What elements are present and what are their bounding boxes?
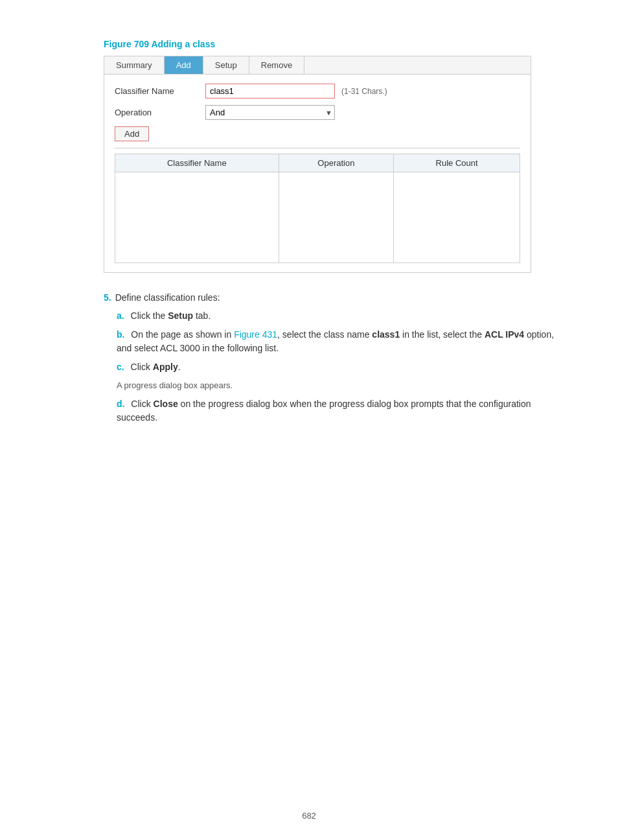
tab-add[interactable]: Add xyxy=(165,56,203,74)
figure-title: Figure 709 Adding a class xyxy=(104,39,566,49)
substep-c: c. Click Apply. xyxy=(117,360,566,374)
substep-c-text: Click Apply. xyxy=(131,362,181,372)
substep-note-text: A progress dialog box appears. xyxy=(117,379,566,392)
step-5: 5.Define classification rules: xyxy=(104,292,566,303)
ui-panel: Summary Add Setup Remove Classifier Name… xyxy=(104,56,531,273)
table-empty-row-2 xyxy=(115,191,520,209)
step-5-number: 5. xyxy=(104,292,111,303)
tab-bar: Summary Add Setup Remove xyxy=(104,56,531,75)
form-area: Classifier Name (1-31 Chars.) Operation … xyxy=(104,75,531,272)
col-operation: Operation xyxy=(279,154,394,172)
classifier-name-input[interactable] xyxy=(205,84,335,99)
table-area: Classifier Name Operation Rule Count xyxy=(115,154,520,263)
substep-d-text: Click Close on the progress dialog box w… xyxy=(117,399,531,423)
classifier-name-row: Classifier Name (1-31 Chars.) xyxy=(115,84,520,99)
table-empty-row-5 xyxy=(115,245,520,263)
figure-431-link[interactable]: Figure 431 xyxy=(234,329,277,340)
substep-a: a. Click the Setup tab. xyxy=(117,309,566,323)
table-empty-row-1 xyxy=(115,172,520,191)
col-rule-count: Rule Count xyxy=(394,154,520,172)
substep-c-label: c. xyxy=(117,362,124,372)
substep-a-bold: Setup xyxy=(168,310,193,321)
add-button-row: Add xyxy=(115,126,520,141)
tab-setup[interactable]: Setup xyxy=(203,56,249,74)
sub-steps: a. Click the Setup tab. b. On the page a… xyxy=(117,309,566,425)
substep-b-text: On the page as shown in Figure 431, sele… xyxy=(117,329,554,353)
page-number: 682 xyxy=(302,811,316,821)
substep-d: d. Click Close on the progress dialog bo… xyxy=(117,397,566,425)
tab-remove[interactable]: Remove xyxy=(249,56,304,74)
operation-label: Operation xyxy=(115,108,205,117)
substep-a-label: a. xyxy=(117,310,124,321)
substep-b-bold2: ACL IPv4 xyxy=(485,329,524,340)
tab-summary[interactable]: Summary xyxy=(104,56,165,74)
classifier-name-label: Classifier Name xyxy=(115,86,205,96)
substep-b-bold1: class1 xyxy=(372,329,400,340)
add-button[interactable]: Add xyxy=(115,126,149,141)
classifier-name-hint: (1-31 Chars.) xyxy=(341,87,387,96)
substep-note: A progress dialog box appears. xyxy=(117,379,566,392)
instructions: 5.Define classification rules: a. Click … xyxy=(104,292,566,425)
col-classifier-name: Classifier Name xyxy=(115,154,279,172)
page: Figure 709 Adding a class Summary Add Se… xyxy=(0,0,618,840)
substep-c-bold: Apply xyxy=(153,362,178,372)
table-header-row: Classifier Name Operation Rule Count xyxy=(115,154,520,172)
data-table: Classifier Name Operation Rule Count xyxy=(115,154,520,263)
step-5-text: Define classification rules: xyxy=(115,292,220,303)
table-empty-row-4 xyxy=(115,227,520,245)
substep-a-text: Click the Setup tab. xyxy=(131,310,211,321)
substep-d-label: d. xyxy=(117,399,124,409)
operation-row: Operation And Or ▼ xyxy=(115,105,520,120)
table-empty-row-3 xyxy=(115,209,520,227)
operation-select-wrap: And Or ▼ xyxy=(205,105,335,120)
divider xyxy=(115,148,520,148)
substep-d-bold: Close xyxy=(154,399,178,409)
substep-b: b. On the page as shown in Figure 431, s… xyxy=(117,328,566,355)
substep-b-label: b. xyxy=(117,329,124,340)
operation-select[interactable]: And Or xyxy=(205,105,335,120)
